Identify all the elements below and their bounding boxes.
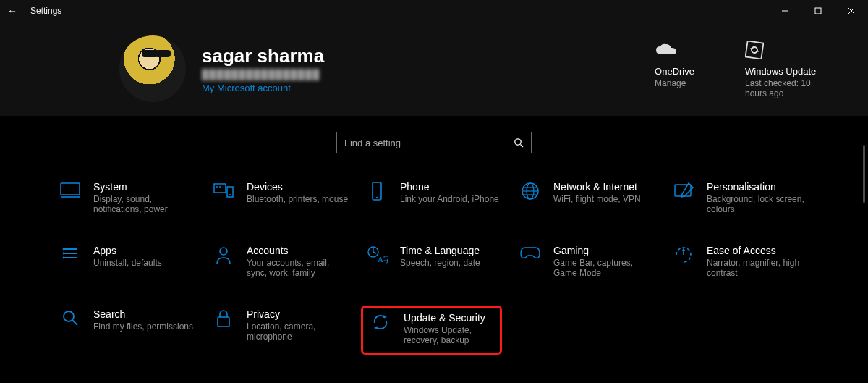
- onedrive-sub: Manage: [655, 78, 686, 88]
- onedrive-title: OneDrive: [655, 66, 694, 77]
- svg-point-37: [64, 311, 74, 321]
- category-desc: Your accounts, email, sync, work, family: [247, 258, 351, 278]
- svg-rect-1: [815, 8, 821, 14]
- category-search[interactable]: Search Find my files, permissions: [54, 306, 200, 355]
- svg-line-38: [72, 320, 77, 325]
- devices-icon: [210, 181, 237, 207]
- category-accounts[interactable]: Accounts Your accounts, email, sync, wor…: [208, 242, 354, 281]
- svg-point-29: [63, 257, 65, 259]
- category-update-security[interactable]: Update & Security Windows Update, recove…: [361, 306, 502, 355]
- svg-rect-23: [675, 185, 691, 196]
- svg-rect-39: [218, 317, 229, 327]
- category-privacy[interactable]: Privacy Location, camera, microphone: [208, 306, 354, 355]
- minimize-button[interactable]: [768, 0, 801, 22]
- settings-content: System Display, sound, notifications, po…: [0, 116, 868, 376]
- category-phone[interactable]: Phone Link your Android, iPhone: [361, 178, 507, 217]
- svg-point-13: [216, 186, 218, 188]
- category-desc: Game Bar, captures, Game Mode: [553, 258, 658, 278]
- category-personalisation[interactable]: Personalisation Background, lock screen,…: [668, 178, 814, 217]
- category-devices[interactable]: Devices Bluetooth, printers, mouse: [208, 178, 354, 217]
- category-desc: Background, lock screen, colours: [707, 194, 811, 214]
- svg-text:A字: A字: [378, 255, 388, 264]
- windows-update-icon: [745, 40, 764, 60]
- svg-point-27: [63, 248, 65, 251]
- category-title: Personalisation: [707, 181, 811, 193]
- onedrive-icon: [655, 40, 678, 60]
- category-desc: Windows Update, recovery, backup: [404, 325, 493, 345]
- category-system[interactable]: System Display, sound, notifications, po…: [54, 178, 200, 217]
- network-icon: [517, 181, 543, 207]
- svg-line-33: [373, 252, 376, 253]
- category-apps[interactable]: Apps Uninstall, defaults: [54, 242, 200, 281]
- system-icon: [57, 181, 83, 207]
- category-time-language[interactable]: A字 Time & Language Speech, region, date: [361, 242, 507, 281]
- svg-point-14: [219, 186, 221, 188]
- svg-point-7: [515, 139, 521, 145]
- category-desc: Find my files, permissions: [93, 321, 193, 332]
- settings-header: sagar sharma ████████████████ My Microso…: [0, 22, 868, 116]
- personalisation-icon: [671, 181, 697, 207]
- settings-categories-grid: System Display, sound, notifications, po…: [54, 178, 814, 355]
- category-gaming[interactable]: Gaming Game Bar, captures, Game Mode: [514, 242, 660, 281]
- svg-rect-11: [214, 184, 226, 193]
- close-button[interactable]: [835, 0, 868, 22]
- category-desc: Bluetooth, printers, mouse: [247, 194, 348, 204]
- user-avatar[interactable]: [119, 35, 186, 102]
- my-microsoft-account-link[interactable]: My Microsoft account: [202, 83, 324, 93]
- search-input[interactable]: [344, 138, 514, 148]
- onedrive-status[interactable]: OneDrive Manage: [655, 40, 694, 98]
- window-title: Settings: [30, 6, 61, 16]
- time-language-icon: A字: [364, 245, 390, 271]
- category-title: Update & Security: [404, 312, 493, 324]
- user-email-masked: ████████████████: [202, 69, 324, 80]
- category-desc: Narrator, magnifier, high contrast: [707, 258, 811, 278]
- search-cat-icon: [57, 308, 83, 334]
- svg-point-28: [63, 253, 65, 255]
- category-desc: WiFi, flight mode, VPN: [553, 194, 641, 204]
- windows-update-status[interactable]: Windows Update Last checked: 10 hours ag…: [745, 40, 825, 98]
- category-desc: Location, camera, microphone: [247, 321, 351, 342]
- update-security-icon: [367, 312, 393, 338]
- category-desc: Speech, region, date: [400, 258, 480, 268]
- category-desc: Uninstall, defaults: [93, 258, 162, 268]
- find-setting-searchbox[interactable]: [336, 132, 532, 153]
- svg-rect-9: [61, 183, 80, 195]
- category-desc: Display, sound, notifications, power: [93, 194, 197, 214]
- back-button[interactable]: ←: [7, 5, 17, 17]
- privacy-icon: [210, 308, 237, 334]
- accounts-icon: [210, 245, 237, 271]
- svg-rect-4: [746, 41, 764, 59]
- category-title: Time & Language: [400, 245, 480, 256]
- category-title: Privacy: [247, 308, 351, 320]
- category-network[interactable]: Network & Internet WiFi, flight mode, VP…: [514, 178, 660, 217]
- gaming-icon: [517, 245, 543, 271]
- search-icon: [514, 138, 524, 148]
- svg-point-30: [220, 248, 227, 255]
- category-title: System: [93, 181, 197, 193]
- svg-point-17: [376, 197, 378, 198]
- apps-icon: [57, 245, 83, 271]
- phone-icon: [364, 181, 390, 207]
- category-title: Search: [93, 308, 193, 320]
- category-desc: Link your Android, iPhone: [400, 194, 499, 204]
- category-title: Devices: [247, 181, 348, 193]
- scrollbar-thumb[interactable]: [863, 145, 865, 203]
- category-title: Gaming: [553, 245, 658, 256]
- category-title: Ease of Access: [707, 245, 811, 256]
- category-title: Phone: [400, 181, 499, 193]
- ease-of-access-icon: [671, 245, 697, 271]
- category-title: Network & Internet: [553, 181, 641, 193]
- windows-update-sub: Last checked: 10 hours ago: [745, 78, 825, 98]
- category-ease-of-access[interactable]: Ease of Access Narrator, magnifier, high…: [668, 242, 814, 281]
- maximize-button[interactable]: [801, 0, 835, 22]
- category-title: Apps: [93, 245, 162, 256]
- svg-line-8: [521, 145, 524, 148]
- windows-update-title: Windows Update: [745, 66, 816, 77]
- user-name: sagar sharma: [202, 45, 324, 67]
- svg-point-15: [229, 194, 231, 195]
- titlebar: ← Settings: [0, 0, 868, 22]
- category-title: Accounts: [247, 245, 351, 256]
